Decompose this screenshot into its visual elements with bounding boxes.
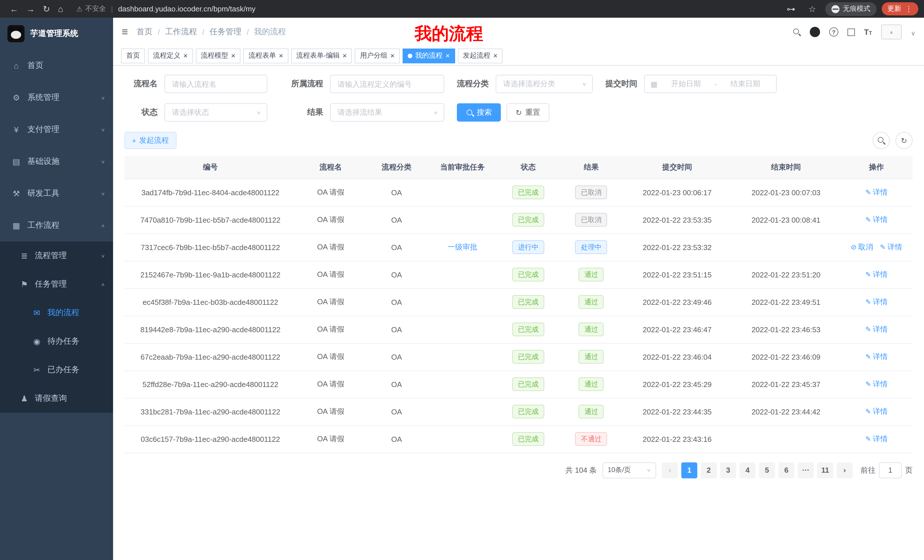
process-name-input[interactable] xyxy=(165,75,267,93)
page-size-select[interactable]: 10条/页 ∨ xyxy=(603,462,656,478)
detail-button[interactable]: ✎详情 xyxy=(866,270,888,280)
close-icon[interactable]: × xyxy=(390,52,394,59)
fullscreen-icon[interactable] xyxy=(848,28,855,36)
show-search-button[interactable] xyxy=(873,132,890,149)
process-id-cell: ec45f38f-7b9a-11ec-b03b-acde48001122 xyxy=(124,288,296,316)
detail-button[interactable]: ✎详情 xyxy=(866,352,888,362)
close-icon[interactable]: × xyxy=(446,52,450,59)
bookmark-star-icon[interactable]: ☆ xyxy=(808,4,816,13)
key-icon[interactable]: ⊶ xyxy=(787,4,795,13)
kebab-menu-icon[interactable]: ⋮ xyxy=(905,4,913,13)
breadcrumb-item[interactable]: 任务管理 xyxy=(210,27,242,37)
close-icon[interactable]: × xyxy=(231,52,235,59)
detail-button[interactable]: ✎详情 xyxy=(866,434,888,444)
process-definition-input[interactable] xyxy=(330,75,444,93)
detail-button[interactable]: ✎详情 xyxy=(866,379,888,389)
submit-time-cell: 2022-01-22 23:43:16 xyxy=(623,425,732,453)
detail-button[interactable]: ✎详情 xyxy=(866,406,888,417)
sidebar-item-done-tasks[interactable]: ✂已办任务 xyxy=(0,356,113,384)
detail-button[interactable]: ✎详情 xyxy=(866,187,888,198)
page-button-11[interactable]: 11 xyxy=(817,462,833,478)
sidebar-item-system-management[interactable]: ⚙系统管理∨ xyxy=(0,82,113,114)
more-pages-button[interactable]: ··· xyxy=(798,462,814,478)
sidebar-item-dev-tools[interactable]: ⚒研发工具∨ xyxy=(0,178,113,210)
search-icon[interactable] xyxy=(793,28,801,36)
process-category-cell: OA xyxy=(365,425,428,453)
font-size-icon[interactable]: TT xyxy=(864,28,872,36)
close-icon[interactable]: × xyxy=(493,52,497,59)
sidebar-item-home[interactable]: ⌂首页 xyxy=(0,49,113,82)
sidebar-item-task-management[interactable]: ⚑任务管理∧ xyxy=(0,270,113,298)
page-button-5[interactable]: 5 xyxy=(759,462,775,478)
process-id-cell: 819442e8-7b9a-11ec-a290-acde48001122 xyxy=(124,316,296,343)
close-icon[interactable]: × xyxy=(343,52,347,59)
forward-icon[interactable]: → xyxy=(26,4,35,13)
incognito-badge[interactable]: 无痕模式 xyxy=(825,2,877,16)
result-badge: 通过 xyxy=(579,377,604,391)
back-icon[interactable]: ← xyxy=(10,4,18,13)
sidebar-item-process-management[interactable]: ≣流程管理∨ xyxy=(0,241,113,270)
cancel-button[interactable]: ⊘取消 xyxy=(850,242,873,252)
sidebar-item-leave-query[interactable]: ♟请假查询 xyxy=(0,384,113,413)
page-button-3[interactable]: 3 xyxy=(720,462,736,478)
tab-process-form[interactable]: 流程表单× xyxy=(243,48,288,63)
page-button-4[interactable]: 4 xyxy=(740,462,756,478)
detail-icon: ✎ xyxy=(866,216,871,224)
reload-icon[interactable]: ↻ xyxy=(43,4,50,13)
tab-home[interactable]: 首页 xyxy=(121,48,145,63)
tab-user-group[interactable]: 用户分组× xyxy=(355,48,400,63)
breadcrumb-item[interactable]: 首页 xyxy=(136,27,153,37)
tab-start-process[interactable]: 发起流程× xyxy=(458,48,502,63)
sidebar-item-todo-tasks[interactable]: ◉待办任务 xyxy=(0,327,113,356)
current-task-cell xyxy=(428,206,497,234)
address-bar[interactable]: ⚠ 不安全 | dashboard.yudao.iocoder.cn/bpm/t… xyxy=(76,4,783,14)
category-placeholder: 请选择流程分类 xyxy=(503,79,555,89)
tab-process-model[interactable]: 流程模型× xyxy=(196,48,240,63)
avatar[interactable]: ▲ xyxy=(881,24,902,39)
detail-button[interactable]: ✎详情 xyxy=(866,324,888,334)
category-select[interactable]: 请选择流程分类 ∨ xyxy=(496,75,593,93)
sidebar-item-my-process[interactable]: ✉我的流程 xyxy=(0,298,113,327)
sidebar-item-infrastructure[interactable]: ▤基础设施∨ xyxy=(0,145,113,178)
column-header: 编号 xyxy=(124,156,296,179)
github-icon[interactable] xyxy=(810,27,820,37)
action-label: 详情 xyxy=(873,406,888,417)
search-button[interactable]: 搜索 xyxy=(457,103,501,121)
user-menu-caret-icon[interactable]: ∨ xyxy=(911,30,915,37)
result-select[interactable]: 请选择流结果 ∨ xyxy=(330,103,444,121)
breadcrumb-item[interactable]: 工作流程 xyxy=(165,27,197,37)
page-button-1[interactable]: 1 xyxy=(681,462,697,478)
sidebar-item-payment-management[interactable]: ¥支付管理∨ xyxy=(0,114,113,145)
start-process-button[interactable]: + 发起流程 xyxy=(124,132,176,149)
actions-cell: ✎详情 xyxy=(840,316,913,343)
close-icon[interactable]: × xyxy=(279,52,283,59)
browser-home-icon[interactable]: ⌂ xyxy=(58,4,63,13)
tab-my-process[interactable]: 我的流程× xyxy=(403,48,455,63)
page-button-6[interactable]: 6 xyxy=(778,462,794,478)
page-button-2[interactable]: 2 xyxy=(701,462,717,478)
status-select[interactable]: 请选择状态 ∨ xyxy=(165,103,267,121)
tab-process-form-edit[interactable]: 流程表单-编辑× xyxy=(291,48,352,63)
current-task-link[interactable]: 一级审批 xyxy=(447,243,477,251)
help-icon[interactable]: ? xyxy=(829,27,838,36)
status-placeholder: 请选择状态 xyxy=(172,107,209,118)
result-badge: 已取消 xyxy=(575,186,608,199)
browser-update-button[interactable]: 更新 ⋮ xyxy=(882,2,918,15)
prev-page-button[interactable]: ‹ xyxy=(662,462,678,478)
detail-icon: ✎ xyxy=(866,298,871,306)
tab-label: 发起流程 xyxy=(463,51,490,60)
next-page-button[interactable]: › xyxy=(837,462,853,478)
reset-button[interactable]: ↻ 重置 xyxy=(507,103,549,121)
tab-process-definition[interactable]: 流程定义× xyxy=(148,48,193,63)
date-range-picker[interactable]: ▦ 开始日期 - 结束日期 xyxy=(644,75,777,93)
chevron-down-icon: ∨ xyxy=(101,95,105,100)
refresh-table-button[interactable]: ↻ xyxy=(896,132,913,149)
detail-button[interactable]: ✎详情 xyxy=(880,242,902,252)
sidebar-item-workflow[interactable]: ▦工作流程∧ xyxy=(0,210,113,241)
close-icon[interactable]: × xyxy=(183,52,188,59)
detail-button[interactable]: ✎详情 xyxy=(866,215,888,225)
detail-button[interactable]: ✎详情 xyxy=(866,297,888,307)
goto-page-input[interactable] xyxy=(879,462,902,478)
submit-time-label: 提交时间 xyxy=(605,79,638,89)
hamburger-icon[interactable]: ≡ xyxy=(122,26,128,38)
